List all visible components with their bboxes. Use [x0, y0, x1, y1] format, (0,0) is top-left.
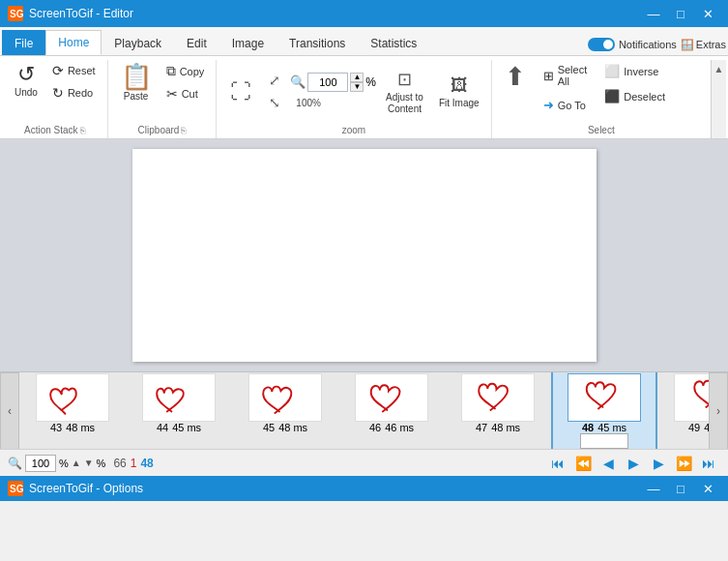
nav-play-button[interactable]: ▶ — [622, 454, 645, 473]
status-total-frames: 66 — [113, 457, 126, 470]
copy-icon: ⧉ — [166, 63, 176, 79]
zoom-up-button[interactable]: ▲ — [350, 73, 364, 82]
frame-48[interactable]: 48 45 ms — [551, 371, 657, 449]
svg-text:SG: SG — [10, 9, 23, 19]
copy-button[interactable]: ⧉ Copy — [160, 60, 211, 82]
frame-46-thumb — [355, 373, 428, 422]
redo-button[interactable]: ↻ Redo — [46, 82, 102, 103]
window-icon: 🪟 — [681, 39, 694, 51]
minimize-button[interactable]: — — [641, 4, 666, 23]
undo-button[interactable]: ↺ Undo — [8, 60, 44, 102]
frame-47-thumb — [461, 373, 535, 422]
nav-last-button[interactable]: ⏭ — [697, 454, 720, 473]
goto-icon: ➜ — [543, 98, 554, 112]
maximize-button[interactable]: □ — [668, 4, 693, 23]
redo-icon: ↻ — [52, 85, 64, 101]
select-all-button[interactable]: ⊞ SelectAll — [537, 60, 595, 91]
nav-prev-button[interactable]: ◀ — [597, 454, 620, 473]
zoom-fit-button[interactable]: ⛶ — [222, 75, 259, 108]
frame-46[interactable]: 46 46 ms — [338, 371, 445, 449]
app-title: ScreenToGif - Editor — [29, 7, 133, 20]
tab-statistics[interactable]: Statistics — [358, 30, 429, 55]
options-maximize-button[interactable]: □ — [668, 479, 693, 498]
zoom-content: ⛶ ⤢ ⤡ 🔍 ▲ ▼ % — [222, 60, 484, 123]
ribbon-tabs: File Home Playback Edit Image Transition… — [0, 27, 728, 56]
cut-button[interactable]: ✂ Cut — [160, 83, 211, 104]
tab-transitions[interactable]: Transitions — [277, 30, 358, 55]
nav-prev-prev-button[interactable]: ⏪ — [571, 454, 595, 473]
select-cursor-button[interactable]: ⬆ — [498, 60, 533, 94]
filmstrip-prev-button[interactable]: ‹ — [0, 372, 19, 450]
frame-time-input[interactable] — [580, 433, 628, 449]
frame-45[interactable]: 45 48 ms — [232, 371, 338, 449]
nav-next-button[interactable]: ▶ — [647, 454, 670, 473]
zoom-shrink-button[interactable]: ⤡ — [263, 92, 286, 113]
tab-playback[interactable]: Playback — [102, 30, 174, 55]
zoom-expand-button[interactable]: ⤢ — [263, 70, 286, 91]
filmstrip-next-button[interactable]: › — [709, 372, 728, 450]
deselect-button[interactable]: ⬛ Deselect — [597, 85, 672, 107]
nav-first-button[interactable]: ⏮ — [546, 454, 569, 473]
adjust-content-button[interactable]: ⊡ Adjust toContent — [380, 65, 429, 119]
clipboard-expander[interactable]: ⎘ — [181, 126, 186, 135]
window-controls[interactable]: — □ ✕ — [641, 4, 720, 23]
frame-49-heart — [686, 379, 709, 416]
status-current-frame: 48 — [140, 457, 153, 470]
svg-text:SG: SG — [10, 484, 23, 494]
reset-redo-col: ⟳ Reset ↻ Redo — [46, 60, 102, 103]
expand-icon: ⤢ — [269, 73, 280, 88]
tab-edit[interactable]: Edit — [174, 30, 219, 55]
options-close-button[interactable]: ✕ — [695, 479, 720, 498]
zoom-middle-col: ⤢ ⤡ — [263, 70, 286, 113]
reset-button[interactable]: ⟳ Reset — [46, 60, 102, 81]
options-minimize-button[interactable]: — — [641, 479, 666, 498]
paste-button[interactable]: 📋 Paste — [114, 60, 159, 105]
ribbon-collapse-button[interactable]: ▲ — [711, 60, 726, 138]
zoom-down-button[interactable]: ▼ — [350, 82, 364, 92]
frame-49-thumb — [674, 373, 709, 422]
extras-button[interactable]: 🪟 Extras — [681, 39, 726, 51]
action-stack-label: Action Stack ⎘ — [8, 123, 102, 138]
frame-43-time: 48 ms — [66, 422, 95, 433]
ribbon-tabs-right: Notifications 🪟 Extras — [588, 38, 726, 55]
zoom-value-input[interactable] — [307, 73, 348, 92]
inverse-deselect-col: ⬜ Inverse ⬛ Deselect — [597, 60, 672, 107]
status-zoom-stepdown[interactable]: ▼ — [84, 458, 94, 468]
status-zoom-row: 🔍 % ▲ ▼ % — [8, 455, 105, 472]
title-bar-left: SG ScreenToGif - Editor — [8, 6, 133, 21]
shrink-icon: ⤡ — [269, 95, 280, 110]
options-controls[interactable]: — □ ✕ — [641, 479, 720, 498]
undo-icon: ↺ — [17, 64, 35, 85]
tab-home[interactable]: Home — [45, 30, 102, 55]
fit-image-button[interactable]: 🖼 Fit Image — [433, 72, 485, 112]
frame-47-time: 48 ms — [491, 422, 520, 433]
nav-next-next-button[interactable]: ⏩ — [672, 454, 695, 473]
frame-47-id: 47 — [476, 422, 487, 433]
notifications-toggle[interactable]: Notifications — [588, 38, 677, 51]
ribbon-tabs-left: File Home Playback Edit Image Transition… — [2, 30, 429, 55]
group-zoom: ⛶ ⤢ ⤡ 🔍 ▲ ▼ % — [217, 60, 491, 138]
inverse-button[interactable]: ⬜ Inverse — [597, 60, 672, 82]
undo-col: ↺ Undo — [8, 60, 44, 102]
status-zoom-stepup[interactable]: ▲ — [72, 458, 81, 468]
select-content: ⬆ ⊞ SelectAll ➜ Go To ⬜ Inverse — [498, 60, 705, 123]
tab-file[interactable]: File — [2, 30, 45, 55]
cut-icon: ✂ — [166, 86, 178, 102]
frame-48-heart — [580, 379, 628, 416]
goto-button[interactable]: ➜ Go To — [537, 94, 595, 116]
frame-43-heart — [48, 379, 97, 416]
status-zoom-input[interactable] — [25, 455, 56, 472]
frame-49[interactable]: 49 47 ms — [657, 371, 709, 449]
frame-43[interactable]: 43 48 ms — [19, 371, 126, 449]
close-button[interactable]: ✕ — [695, 4, 720, 23]
notifications-switch[interactable] — [588, 38, 615, 51]
action-stack-expander[interactable]: ⎘ — [80, 126, 85, 135]
zoom-100-button[interactable]: 100% — [290, 95, 376, 111]
zoom-input-col: 🔍 ▲ ▼ % 100% — [290, 73, 376, 111]
frame-45-thumb — [248, 373, 322, 422]
frame-44[interactable]: 44 45 ms — [126, 371, 232, 449]
tab-image[interactable]: Image — [219, 30, 277, 55]
options-bar-left: SG ScreenToGif - Options — [8, 481, 143, 496]
frame-47[interactable]: 47 48 ms — [445, 371, 551, 449]
action-stack-content: ↺ Undo ⟳ Reset ↻ Redo — [8, 60, 102, 123]
